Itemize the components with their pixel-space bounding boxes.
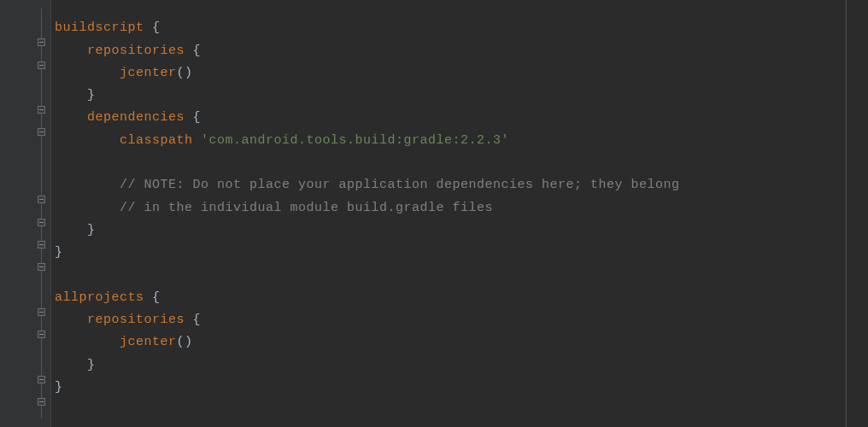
fold-marker-icon[interactable] [38, 376, 45, 383]
fold-marker-icon[interactable] [38, 219, 45, 226]
code-line: jcenter() [55, 62, 846, 85]
code-line: dependencies { [55, 107, 846, 129]
code-line [55, 265, 846, 287]
code-line: allprojects { [55, 287, 846, 309]
code-line: jcenter() [55, 331, 846, 354]
code-line: } [55, 242, 846, 264]
code-line: } [55, 377, 846, 399]
fold-marker-icon[interactable] [38, 241, 45, 249]
fold-marker-icon[interactable] [38, 330, 45, 338]
code-editor[interactable]: Top-level build file where you can add c… [0, 0, 868, 427]
fold-marker-icon[interactable] [38, 38, 45, 46]
fold-marker-icon[interactable] [38, 398, 45, 406]
code-line: } [55, 219, 846, 242]
fold-marker-icon[interactable] [38, 106, 45, 114]
gutter [0, 0, 51, 427]
code-line: buildscript { [55, 17, 846, 39]
code-line: // in the individual module build.gradle… [55, 197, 846, 219]
code-line: } [55, 85, 846, 107]
fold-marker-icon[interactable] [38, 61, 45, 69]
code-line: repositories { [55, 40, 846, 62]
code-line: repositories { [55, 309, 846, 331]
fold-marker-icon[interactable] [38, 308, 45, 316]
code-line [55, 152, 846, 174]
code-line [55, 0, 846, 17]
code-line: } [55, 354, 846, 377]
code-line: classpath 'com.android.tools.build:gradl… [55, 130, 846, 152]
fold-marker-icon[interactable] [38, 128, 45, 136]
fold-marker-icon[interactable] [38, 263, 45, 271]
code-area[interactable]: Top-level build file where you can add c… [51, 0, 847, 427]
code-line: // NOTE: Do not place your application d… [55, 174, 846, 196]
fold-marker-icon[interactable] [38, 196, 45, 203]
